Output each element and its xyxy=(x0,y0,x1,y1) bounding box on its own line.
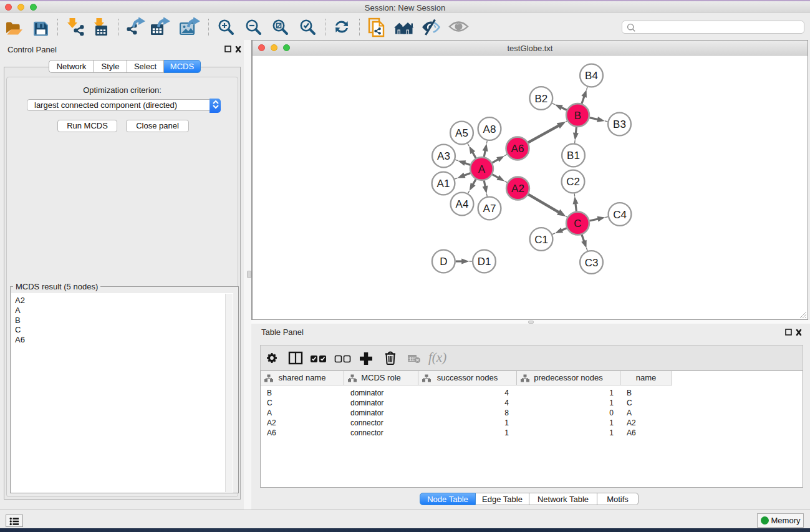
svg-text:D: D xyxy=(440,256,447,268)
svg-text:A2: A2 xyxy=(511,183,524,195)
svg-text:A6: A6 xyxy=(511,143,524,155)
svg-text:C1: C1 xyxy=(534,234,548,246)
svg-text:A3: A3 xyxy=(437,150,450,162)
svg-text:C4: C4 xyxy=(613,209,627,221)
svg-text:B1: B1 xyxy=(567,150,580,162)
svg-text:A5: A5 xyxy=(455,127,468,139)
svg-text:A1: A1 xyxy=(437,178,450,190)
svg-text:A: A xyxy=(478,163,486,175)
svg-text:A8: A8 xyxy=(483,123,496,135)
svg-text:B: B xyxy=(574,110,581,122)
svg-text:A7: A7 xyxy=(483,203,496,215)
svg-text:C3: C3 xyxy=(585,257,599,269)
svg-text:B2: B2 xyxy=(534,93,547,105)
svg-text:C: C xyxy=(574,218,581,230)
svg-text:B4: B4 xyxy=(585,70,598,82)
svg-text:B3: B3 xyxy=(613,118,626,130)
svg-text:D1: D1 xyxy=(478,256,491,268)
svg-text:A4: A4 xyxy=(456,198,469,210)
svg-text:C2: C2 xyxy=(566,176,580,188)
